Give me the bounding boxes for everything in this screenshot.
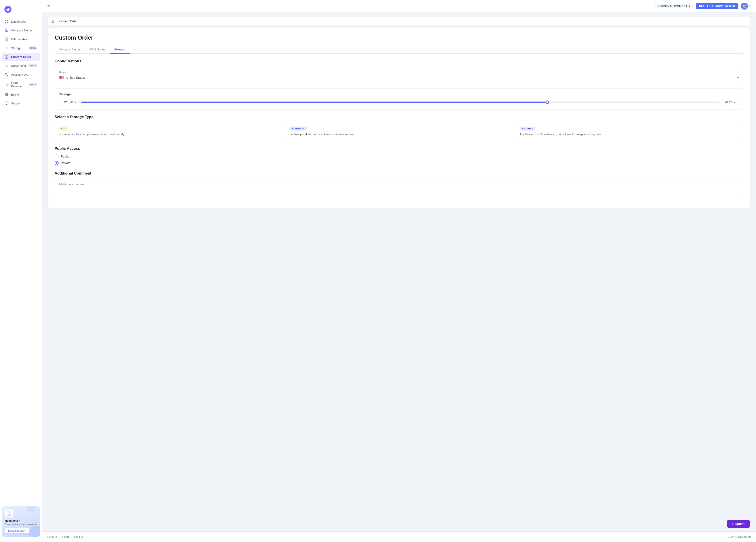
- standard-badge: STANDARD: [289, 126, 307, 130]
- svg-rect-1: [7, 20, 8, 21]
- radio-public-label: Public: [61, 155, 69, 158]
- max-value: 20: [725, 100, 728, 104]
- footer: Discord X.com GitHub 2024 © NodeShift: [42, 531, 756, 542]
- max-size-input[interactable]: 20 TB ▾: [722, 99, 739, 105]
- sidebar-item-gpu-nodes[interactable]: GPU Nodes: [2, 35, 40, 43]
- networking-soon-badge: SOON: [28, 64, 37, 67]
- help-icon: 📄: [5, 510, 13, 517]
- svg-text:$: $: [6, 93, 7, 96]
- project-label: PERSONAL PROJECT: [658, 5, 687, 8]
- svg-rect-3: [7, 22, 8, 23]
- user-avatar-button[interactable]: 🐱 ▾: [741, 3, 751, 10]
- svg-point-15: [8, 47, 8, 48]
- storage-type-title: Select a Storage Type: [55, 115, 743, 119]
- comment-textarea[interactable]: [55, 179, 743, 199]
- tab-gpu-nodes[interactable]: GPU Nodes: [85, 46, 110, 54]
- page-content-area: 🏠 › Custom Order Custom Order Compute No…: [42, 12, 756, 531]
- public-access-section: Public Access Public Private: [55, 146, 743, 165]
- main-content: ≡ PERSONAL PROJECT ▾ REFILL BALANCE: $60…: [42, 0, 756, 542]
- lb-soon-badge: SOON: [28, 83, 37, 86]
- min-unit-label: MB: [69, 101, 74, 104]
- svg-rect-0: [5, 20, 6, 21]
- sidebar-item-label: Support: [11, 102, 21, 105]
- sidebar-item-dashboard[interactable]: Dashboard: [2, 17, 40, 26]
- region-value: United States: [66, 76, 85, 79]
- tabs-container: Compute Nodes GPU Nodes Storage: [55, 46, 743, 54]
- storage-type-hot[interactable]: HOT For important files that you use a l…: [55, 123, 282, 140]
- refill-balance-button[interactable]: REFILL BALANCE: $600.00: [696, 3, 738, 9]
- sidebar-item-label: Access Keys: [11, 73, 28, 76]
- networking-icon: [4, 63, 9, 68]
- sidebar-item-storage[interactable]: Storage SOON: [2, 44, 40, 52]
- svg-point-26: [7, 85, 8, 86]
- load-balancer-icon: [4, 82, 9, 87]
- storage-type-archive[interactable]: ARCHIVE For files you don't need much, b…: [516, 123, 743, 140]
- radio-public[interactable]: Public: [55, 154, 743, 158]
- radio-public-circle: [55, 154, 59, 158]
- radio-private-circle: [55, 161, 59, 165]
- region-label: Region: [59, 71, 739, 73]
- storage-box-title: Storage: [59, 92, 739, 96]
- sidebar-item-networking[interactable]: Networking SOON: [2, 61, 40, 70]
- dashboard-icon: [4, 19, 9, 24]
- sidebar-item-label: Load Balancer: [11, 81, 26, 88]
- documentation-button[interactable]: Documentation: [5, 528, 29, 534]
- footer-link-xcom[interactable]: X.com: [61, 535, 70, 538]
- topbar-right: PERSONAL PROJECT ▾ REFILL BALANCE: $600.…: [655, 3, 751, 10]
- sidebar-item-label: Custom Order: [11, 55, 31, 59]
- footer-link-discord[interactable]: Discord: [47, 535, 57, 538]
- footer-links: Discord X.com GitHub: [47, 535, 83, 538]
- logo-icon: ◕: [4, 6, 11, 13]
- avatar-chevron-icon: ▾: [749, 4, 751, 8]
- breadcrumb: 🏠 › Custom Order: [47, 17, 751, 25]
- menu-button[interactable]: ≡: [47, 4, 50, 8]
- decor-shape2: [27, 506, 36, 512]
- public-access-title: Public Access: [55, 146, 743, 151]
- sidebar-item-load-balancer[interactable]: Load Balancer SOON: [2, 79, 40, 90]
- sidebar-item-label: Dashboard: [11, 20, 26, 23]
- storage-slider[interactable]: [81, 100, 720, 104]
- storage-icon: [4, 46, 9, 50]
- breadcrumb-current: Custom Order: [59, 19, 77, 23]
- sidebar-item-custom-order[interactable]: Custom Order: [2, 53, 40, 61]
- custom-order-icon: [4, 55, 9, 59]
- slider-track: [81, 101, 720, 103]
- hot-description: For important files that you use a lot a…: [59, 132, 278, 136]
- svg-point-12: [6, 39, 7, 40]
- min-unit: [68, 101, 69, 104]
- help-widget: 📄 Need help? Check out our documentation…: [2, 506, 40, 537]
- max-unit-label: TB: [729, 101, 733, 104]
- sidebar-item-billing[interactable]: $ Billing: [2, 90, 40, 99]
- storage-soon-badge: SOON: [28, 46, 37, 50]
- access-keys-icon: [4, 72, 9, 77]
- storage-type-standard[interactable]: STANDARD For files you don't need as oft…: [285, 123, 513, 140]
- radio-group: Public Private: [55, 154, 743, 165]
- home-icon[interactable]: 🏠: [51, 19, 55, 23]
- slider-row: 512 MB ▾ 20 TB ▾: [59, 99, 739, 105]
- svg-line-28: [7, 84, 8, 85]
- sidebar-item-access-keys[interactable]: Access Keys: [2, 70, 40, 79]
- region-selector[interactable]: 🇺🇸 United States ▾: [59, 75, 739, 80]
- project-chevron-icon: ▾: [689, 5, 690, 8]
- hot-badge: HOT: [59, 126, 68, 130]
- configurations-title: Configurations: [55, 59, 743, 63]
- request-button[interactable]: Request: [727, 520, 750, 528]
- svg-point-25: [5, 85, 6, 86]
- footer-link-github[interactable]: GitHub: [74, 535, 83, 538]
- help-subtitle: Check out our documentation: [5, 523, 37, 526]
- min-value: 512: [62, 100, 67, 104]
- tab-storage[interactable]: Storage: [110, 46, 130, 54]
- project-selector[interactable]: PERSONAL PROJECT ▾: [655, 3, 693, 9]
- page-title: Custom Order: [55, 34, 743, 41]
- min-unit-chevron: ▾: [75, 101, 76, 104]
- tab-compute-nodes[interactable]: Compute Nodes: [55, 46, 85, 54]
- min-size-input[interactable]: 512 MB ▾: [59, 99, 79, 105]
- sidebar-item-label: Compute Nodes: [11, 29, 33, 32]
- radio-private-label: Private: [61, 161, 71, 165]
- standard-description: For files you don't need as often but st…: [289, 132, 508, 136]
- avatar: 🐱: [741, 3, 748, 10]
- slider-thumb[interactable]: [546, 100, 549, 104]
- sidebar-item-compute-nodes[interactable]: Compute Nodes: [2, 26, 40, 34]
- radio-private[interactable]: Private: [55, 161, 743, 165]
- sidebar-item-support[interactable]: Support: [2, 99, 40, 107]
